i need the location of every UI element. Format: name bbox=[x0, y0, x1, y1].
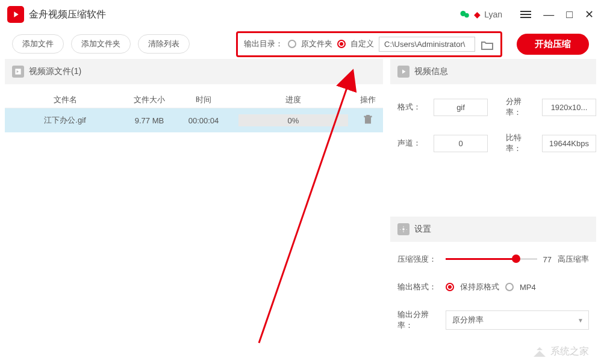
username[interactable]: Lyan bbox=[484, 10, 502, 19]
video-info-header: 视频信息 bbox=[390, 59, 596, 84]
compress-text: 高压缩率 bbox=[558, 254, 589, 265]
output-resolution-select[interactable]: 原分辨率 ▼ bbox=[446, 310, 589, 330]
settings-header: 设置 bbox=[390, 217, 596, 242]
radio-original-folder[interactable] bbox=[288, 40, 296, 48]
delete-row-icon[interactable] bbox=[353, 114, 383, 127]
format-label: 格式： bbox=[397, 102, 428, 113]
output-resolution-value: 原分辨率 bbox=[452, 315, 484, 324]
video-info-icon bbox=[397, 66, 409, 78]
output-directory-section: 输出目录： 原文件夹 自定义 bbox=[236, 31, 502, 57]
compress-strength-label: 压缩强度： bbox=[397, 254, 440, 265]
file-list-title: 视频源文件(1) bbox=[29, 66, 81, 77]
output-format-label: 输出格式： bbox=[397, 282, 440, 292]
col-progress-header: 进度 bbox=[234, 94, 353, 105]
channel-label: 声道： bbox=[397, 138, 428, 149]
file-size-cell: 9.77 MB bbox=[125, 116, 173, 125]
chevron-down-icon: ▼ bbox=[578, 317, 584, 324]
wechat-icon[interactable] bbox=[459, 9, 470, 20]
col-name-header: 文件名 bbox=[5, 94, 125, 105]
file-time-cell: 00:00:04 bbox=[173, 116, 234, 125]
file-name-cell: 江下办公.gif bbox=[5, 115, 125, 126]
format-value: gif bbox=[434, 99, 488, 116]
output-path-input[interactable] bbox=[379, 37, 475, 52]
settings-title: 设置 bbox=[414, 224, 431, 235]
video-info-title: 视频信息 bbox=[414, 66, 448, 77]
radio-keep-format[interactable] bbox=[446, 283, 454, 291]
menu-icon[interactable] bbox=[520, 11, 531, 18]
resolution-label: 分辨率： bbox=[506, 96, 536, 118]
table-header: 文件名 文件大小 时间 进度 操作 bbox=[5, 84, 383, 108]
radio-custom-label: 自定义 bbox=[350, 39, 374, 49]
settings-icon bbox=[397, 223, 409, 235]
radio-keep-format-label: 保持原格式 bbox=[460, 282, 499, 292]
add-file-button[interactable]: 添加文件 bbox=[12, 34, 64, 54]
channel-value: 0 bbox=[434, 135, 488, 152]
radio-mp4-format[interactable] bbox=[505, 283, 514, 291]
compress-value: 77 bbox=[543, 255, 552, 264]
bitrate-value: 19644Kbps bbox=[542, 135, 596, 152]
svg-point-2 bbox=[402, 228, 405, 230]
radio-original-label: 原文件夹 bbox=[301, 39, 332, 49]
watermark: 系统之家 bbox=[532, 345, 589, 358]
browse-folder-icon[interactable] bbox=[480, 38, 494, 50]
clear-list-button[interactable]: 清除列表 bbox=[138, 34, 190, 54]
svg-point-1 bbox=[465, 13, 470, 18]
col-size-header: 文件大小 bbox=[125, 94, 173, 105]
file-progress-cell: 0% bbox=[234, 114, 353, 126]
table-row[interactable]: 江下办公.gif 9.77 MB 00:00:04 0% bbox=[5, 108, 383, 132]
app-title: 金舟视频压缩软件 bbox=[29, 8, 106, 21]
minimize-button[interactable]: — bbox=[543, 8, 554, 21]
maximize-button[interactable]: □ bbox=[566, 8, 573, 21]
compress-slider[interactable] bbox=[446, 258, 537, 261]
watermark-text: 系统之家 bbox=[550, 345, 589, 358]
radio-custom-folder[interactable] bbox=[337, 40, 346, 48]
radio-mp4-label: MP4 bbox=[520, 283, 536, 292]
file-list-header: 视频源文件(1) bbox=[5, 59, 383, 84]
app-logo bbox=[7, 6, 24, 23]
video-files-icon bbox=[12, 66, 24, 78]
start-compress-button[interactable]: 开始压缩 bbox=[517, 34, 589, 55]
diamond-icon: ◆ bbox=[474, 10, 481, 19]
output-label: 输出目录： bbox=[244, 39, 283, 49]
col-action-header: 操作 bbox=[353, 94, 383, 105]
output-resolution-label: 输出分辨率： bbox=[397, 309, 440, 331]
add-folder-button[interactable]: 添加文件夹 bbox=[71, 34, 131, 54]
bitrate-label: 比特率： bbox=[506, 132, 536, 154]
resolution-value: 1920x10... bbox=[542, 99, 596, 116]
close-button[interactable]: ✕ bbox=[585, 8, 594, 21]
col-time-header: 时间 bbox=[173, 94, 234, 105]
progress-bar: 0% bbox=[238, 114, 348, 126]
